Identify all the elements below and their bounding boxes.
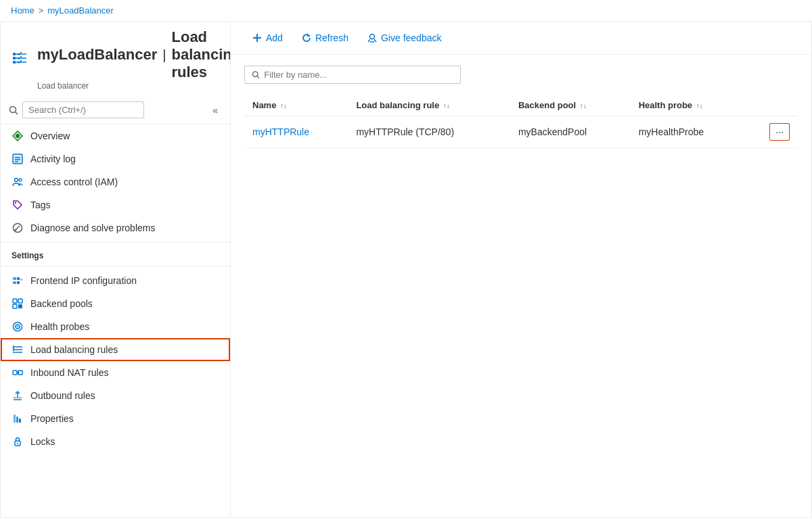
sidebar-item-label: Access control (IAM) [30, 176, 118, 187]
sidebar-item-locks[interactable]: Locks [1, 430, 230, 453]
svg-rect-24 [13, 299, 17, 303]
sort-icon[interactable]: ↑↓ [580, 102, 587, 110]
outbound-rules-icon [12, 390, 24, 402]
col-name: Name ↑↓ [244, 95, 348, 116]
page-title-separator: | [162, 47, 166, 63]
col-actions [746, 95, 798, 116]
main-content: Add Refresh Give feedb [231, 22, 811, 517]
sidebar-item-label: Activity log [30, 154, 76, 164]
sidebar-item-label: Health probes [30, 321, 89, 332]
sort-icon[interactable]: ↑↓ [696, 102, 703, 110]
sidebar-item-backend-pools[interactable]: Backend pools [1, 292, 230, 315]
table-row: myHTTPRule myHTTPRule (TCP/80) myBackend… [244, 116, 798, 148]
cell-lb-rule: myHTTPRule (TCP/80) [348, 116, 510, 148]
add-button[interactable]: Add [244, 28, 291, 47]
sidebar-item-label: Load balancing rules [30, 344, 118, 355]
sidebar: myLoadBalancer | Load balancing rules ··… [1, 22, 231, 517]
svg-line-52 [257, 76, 259, 78]
sidebar-item-diagnose[interactable]: Diagnose and solve problems [1, 216, 230, 239]
tags-icon [12, 199, 24, 211]
svg-rect-22 [17, 281, 20, 284]
refresh-icon [302, 33, 311, 43]
load-balancer-icon [12, 50, 30, 69]
iam-icon [12, 176, 24, 188]
properties-icon [12, 413, 24, 425]
col-lb-rule: Load balancing rule ↑↓ [348, 95, 510, 116]
sidebar-item-overview[interactable]: Overview [1, 124, 230, 147]
svg-point-14 [19, 179, 22, 181]
row-more-button[interactable]: ··· [769, 123, 790, 141]
svg-point-51 [252, 72, 258, 77]
cell-health-probe: myHealthProbe [631, 116, 746, 148]
sidebar-search-bar: « [1, 96, 230, 124]
feedback-icon [367, 33, 377, 43]
svg-rect-2 [13, 61, 16, 64]
sidebar-header: myLoadBalancer | Load balancing rules ··… [1, 22, 230, 96]
data-table: Name ↑↓ Load balancing rule ↑↓ Backend p… [244, 95, 798, 148]
settings-divider [1, 266, 230, 266]
breadcrumb-separator: > [39, 5, 44, 16]
feedback-button[interactable]: Give feedback [359, 28, 450, 47]
sidebar-item-access-control[interactable]: Access control (IAM) [1, 170, 230, 193]
svg-rect-41 [16, 417, 18, 423]
sort-icon[interactable]: ↑↓ [443, 102, 450, 110]
cell-backend-pool: myBackendPool [510, 116, 631, 148]
svg-line-48 [368, 39, 370, 42]
sidebar-item-label: Tags [30, 199, 51, 210]
svg-rect-21 [17, 277, 20, 280]
frontend-ip-icon [12, 275, 24, 287]
sidebar-item-outbound-rules[interactable]: Outbound rules [1, 384, 230, 407]
sidebar-item-health-probes[interactable]: Health probes [1, 315, 230, 338]
svg-rect-23 [20, 279, 22, 281]
activity-log-icon [12, 153, 24, 165]
svg-rect-42 [19, 419, 21, 423]
breadcrumb: Home > myLoadBalancer [0, 0, 812, 21]
sidebar-item-label: Locks [30, 436, 55, 447]
svg-point-13 [15, 179, 18, 182]
svg-rect-25 [18, 299, 22, 303]
sidebar-item-label: Diagnose and solve problems [30, 222, 155, 233]
refresh-button[interactable]: Refresh [294, 28, 357, 47]
sidebar-item-properties[interactable]: Properties [1, 407, 230, 430]
sidebar-item-tags[interactable]: Tags [1, 193, 230, 216]
filter-bar[interactable] [244, 66, 461, 84]
settings-section-label: Settings [1, 242, 230, 263]
collapse-sidebar-button[interactable]: « [208, 103, 222, 117]
svg-rect-0 [13, 53, 16, 55]
sidebar-item-nat-rules[interactable]: Inbound NAT rules [1, 361, 230, 384]
sort-icon[interactable]: ↑↓ [280, 102, 287, 110]
search-input[interactable] [22, 101, 144, 118]
header-title-block: myLoadBalancer | Load balancing rules ··… [37, 28, 231, 91]
health-probes-icon [12, 321, 24, 333]
content-area: Name ↑↓ Load balancing rule ↑↓ Backend p… [231, 55, 811, 517]
breadcrumb-home[interactable]: Home [11, 5, 35, 16]
sidebar-item-label: Properties [30, 413, 74, 424]
resource-name: myLoadBalancer [37, 46, 157, 64]
sidebar-item-activity-log[interactable]: Activity log [1, 147, 230, 170]
sidebar-item-label: Outbound rules [30, 390, 95, 401]
filter-input[interactable] [264, 70, 453, 80]
cell-name: myHTTPRule [244, 116, 348, 148]
sidebar-item-lb-rules[interactable]: Load balancing rules [1, 338, 230, 361]
toolbar: Add Refresh Give feedb [231, 22, 811, 55]
sidebar-item-label: Backend pools [30, 298, 93, 309]
svg-rect-34 [13, 371, 17, 375]
svg-rect-20 [13, 281, 16, 284]
svg-rect-27 [18, 304, 22, 308]
resource-icon [12, 50, 30, 69]
sidebar-item-label: Overview [30, 131, 70, 141]
svg-point-6 [10, 106, 16, 112]
lb-rules-icon [12, 344, 24, 356]
sidebar-item-label: Frontend IP configuration [30, 275, 137, 286]
nat-rules-icon [12, 367, 24, 379]
col-backend-pool: Backend pool ↑↓ [510, 95, 631, 116]
breadcrumb-current[interactable]: myLoadBalancer [47, 5, 114, 16]
rule-name-link[interactable]: myHTTPRule [252, 126, 309, 137]
cell-more-actions: ··· [746, 116, 798, 148]
sidebar-item-frontend-ip[interactable]: Frontend IP configuration [1, 269, 230, 292]
overview-icon [12, 130, 24, 142]
svg-point-30 [17, 326, 18, 327]
svg-rect-8 [13, 154, 22, 164]
svg-rect-19 [13, 277, 16, 280]
svg-point-47 [369, 34, 374, 39]
